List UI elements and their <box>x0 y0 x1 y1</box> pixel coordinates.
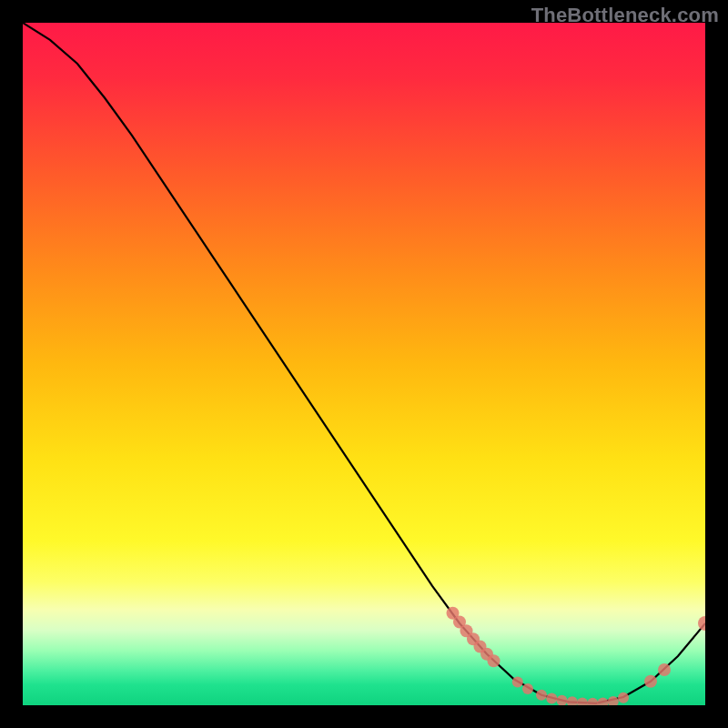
data-point <box>587 698 598 705</box>
chart-points <box>447 607 706 705</box>
data-point <box>546 693 557 704</box>
chart-plot-area <box>23 23 705 705</box>
data-point <box>658 663 671 676</box>
chart-curve <box>23 23 705 703</box>
data-point <box>488 654 500 667</box>
chart-overlay <box>23 23 705 705</box>
watermark-text: TheBottleneck.com <box>531 4 719 27</box>
data-point <box>608 696 619 705</box>
data-point <box>644 675 657 688</box>
curve-line <box>23 23 705 703</box>
data-point <box>698 616 705 631</box>
data-point <box>536 690 547 701</box>
data-point <box>567 696 578 705</box>
data-point <box>598 697 609 705</box>
data-point <box>522 683 533 694</box>
data-point <box>577 697 588 705</box>
data-point <box>512 677 523 688</box>
data-point <box>618 693 629 703</box>
data-point <box>557 695 568 705</box>
chart-frame: TheBottleneck.com <box>0 0 728 728</box>
